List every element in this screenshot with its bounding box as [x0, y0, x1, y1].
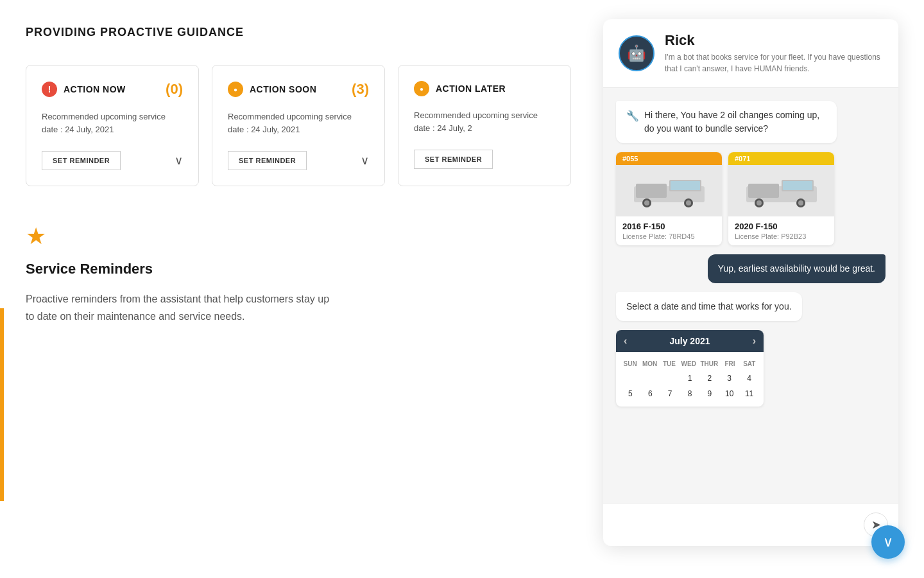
action-soon-icon: ●: [228, 82, 243, 97]
cal-fri: Fri: [721, 357, 739, 371]
vehicle-img-2: [728, 165, 834, 216]
float-chevron-icon: ∨: [883, 534, 893, 550]
svg-rect-15: [783, 181, 812, 190]
cal-day-empty-2: [641, 371, 660, 386]
action-soon-desc: Recommended upcoming service date : 24 J…: [228, 110, 369, 136]
cal-mon: Mon: [640, 357, 658, 371]
calendar[interactable]: ‹ July 2021 › Sun Mon Tue Wed Thur Fri S…: [616, 330, 764, 407]
cal-day-9[interactable]: 9: [700, 386, 719, 401]
cal-day-1[interactable]: 1: [681, 371, 699, 386]
chat-header: 🤖 Rick I'm a bot that books service for …: [603, 19, 898, 88]
cal-prev[interactable]: ‹: [624, 335, 627, 347]
service-reminders-section: ★ Service Reminders Proactive reminders …: [26, 225, 578, 325]
cal-header-row: Sun Mon Tue Wed Thur Fri Sat: [621, 357, 758, 371]
msg-emoji-1: 🔧: [626, 109, 639, 124]
chat-msg-3-text: Select a date and time that works for yo…: [626, 301, 792, 311]
chat-msg-1-text: Hi there, You have 2 oil changes coming …: [644, 109, 826, 136]
action-soon-header: ● ACTION SOON (3): [228, 81, 369, 98]
chat-panel: 🤖 Rick I'm a bot that books service for …: [603, 19, 898, 546]
vehicle-info-2: 2020 F-150 License Plate: P92B23: [728, 216, 834, 245]
vehicle-model-2: 2020 F-150: [735, 222, 828, 231]
cal-day-11[interactable]: 11: [740, 386, 758, 401]
yellow-accent-bar: [0, 308, 4, 501]
action-soon-card: ● ACTION SOON (3) Recommended upcoming s…: [212, 65, 385, 186]
bot-avatar: 🤖: [619, 35, 654, 71]
vehicle-plate-1: License Plate: 78RD45: [622, 232, 715, 240]
chat-msg-2: Yup, earliest availability would be grea…: [708, 254, 886, 283]
action-soon-label: ACTION SOON: [250, 84, 316, 94]
truck-svg-2: [743, 173, 820, 209]
action-later-desc: Recommended upcoming service date : 24 J…: [414, 109, 555, 134]
action-soon-set-reminder[interactable]: SET REMINDER: [228, 151, 307, 170]
cal-day-3[interactable]: 3: [720, 371, 739, 386]
chat-msg-1-inner: 🔧 Hi there, You have 2 oil changes comin…: [626, 109, 826, 136]
action-later-set-reminder[interactable]: SET REMINDER: [414, 150, 493, 169]
chat-body: 🔧 Hi there, You have 2 oil changes comin…: [603, 88, 898, 503]
action-now-footer: SET REMINDER ∨: [42, 151, 183, 170]
vehicle-info-1: 2016 F-150 License Plate: 78RD45: [616, 216, 722, 245]
cal-row-1: 1 2 3 4: [621, 371, 758, 386]
action-now-label: ACTION NOW: [64, 84, 126, 94]
page-title: PROVIDING PROACTIVE GUIDANCE: [26, 26, 578, 39]
left-section: PROVIDING PROACTIVE GUIDANCE ! ACTION NO…: [26, 26, 578, 325]
vehicle-card-2[interactable]: #071 2020 F-150 License Pla: [728, 152, 834, 245]
cal-day-4[interactable]: 4: [740, 371, 758, 386]
action-soon-footer: SET REMINDER ∨: [228, 151, 369, 170]
bot-desc: I'm a bot that books service for your fl…: [665, 51, 883, 74]
cal-tue: Tue: [660, 357, 678, 371]
action-now-set-reminder[interactable]: SET REMINDER: [42, 151, 121, 170]
cal-wed: Wed: [680, 357, 697, 371]
bot-name: Rick: [665, 32, 883, 49]
svg-point-12: [757, 200, 762, 206]
svg-rect-10: [748, 184, 779, 198]
action-soon-count: (3): [352, 81, 369, 98]
chat-msg-1: 🔧 Hi there, You have 2 oil changes comin…: [616, 101, 837, 143]
action-now-icon: !: [42, 82, 57, 97]
bot-avatar-icon: 🤖: [627, 44, 646, 62]
cal-day-10[interactable]: 10: [720, 386, 739, 401]
action-now-chevron[interactable]: ∨: [175, 153, 183, 168]
cal-sun: Sun: [621, 357, 639, 371]
action-soon-chevron[interactable]: ∨: [361, 153, 369, 168]
action-now-count: (0): [166, 81, 183, 98]
vehicle-badge-1: #055: [616, 152, 722, 165]
cal-thur: Thur: [699, 357, 719, 371]
calendar-header: ‹ July 2021 ›: [616, 330, 764, 352]
action-later-icon: ●: [414, 81, 429, 96]
svg-rect-2: [636, 184, 667, 198]
service-desc: Proactive reminders from the assistant t…: [26, 290, 334, 325]
cal-day-empty-3: [661, 371, 680, 386]
vehicle-badge-2: #071: [728, 152, 834, 165]
action-later-header: ● ACTION LATER: [414, 81, 555, 96]
truck-svg-1: [631, 173, 708, 209]
float-chat-button[interactable]: ∨: [871, 525, 905, 559]
cal-next[interactable]: ›: [753, 335, 756, 347]
svg-point-4: [644, 200, 649, 206]
action-cards-container: ! ACTION NOW (0) Recommended upcoming se…: [26, 65, 578, 186]
chat-msg-2-text: Yup, earliest availability would be grea…: [718, 263, 875, 274]
chat-input-area: ➤: [603, 503, 898, 546]
svg-rect-7: [671, 181, 700, 190]
chat-msg-3: Select a date and time that works for yo…: [616, 292, 802, 321]
vehicle-plate-2: License Plate: P92B23: [735, 232, 828, 240]
cal-day-5[interactable]: 5: [621, 386, 640, 401]
action-now-header: ! ACTION NOW (0): [42, 81, 183, 98]
bot-info: Rick I'm a bot that books service for yo…: [665, 32, 883, 74]
cal-day-7[interactable]: 7: [661, 386, 680, 401]
cal-day-8[interactable]: 8: [681, 386, 699, 401]
svg-point-14: [798, 200, 803, 206]
vehicle-img-1: [616, 165, 722, 216]
action-later-footer: SET REMINDER: [414, 150, 555, 169]
vehicle-cards: #055 2016 F-150 License Pla: [616, 152, 834, 245]
cal-day-2[interactable]: 2: [700, 371, 719, 386]
cal-row-2: 5 6 7 8 9 10 11: [621, 386, 758, 401]
action-now-card: ! ACTION NOW (0) Recommended upcoming se…: [26, 65, 199, 186]
action-now-desc: Recommended upcoming service date : 24 J…: [42, 110, 183, 136]
cal-day-6[interactable]: 6: [641, 386, 660, 401]
star-icon: ★: [26, 225, 578, 248]
svg-point-6: [686, 200, 691, 206]
action-later-label: ACTION LATER: [436, 83, 506, 94]
vehicle-card-1[interactable]: #055 2016 F-150 License Pla: [616, 152, 722, 245]
cal-sat: Sat: [740, 357, 758, 371]
service-title: Service Reminders: [26, 261, 578, 277]
